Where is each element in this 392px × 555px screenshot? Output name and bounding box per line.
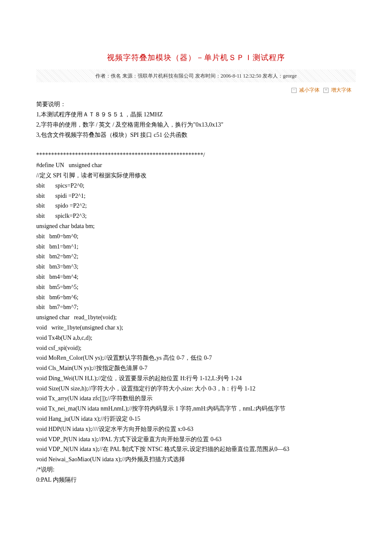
- code-line: [36, 140, 356, 150]
- code-line: //定义 SPI 引脚，读者可根据实际使用修改: [36, 171, 356, 181]
- code-line: void write_1byte(unsigned char x);: [36, 323, 356, 333]
- code-line: void Cls_Main(UN ys);//按指定颜色清屏 0-7: [36, 363, 356, 373]
- document-page: 视频字符叠加模块（器）－单片机ＳＰＩ测试程序 作者：佚名 来源：强联单片机科技有…: [0, 0, 392, 555]
- code-line: void Tx_nei_ma(UN idata nmH,nmL);//按字符内码…: [36, 404, 356, 414]
- increase-font-link[interactable]: 增大字体: [331, 87, 352, 93]
- meta-text: 作者：佚名 来源：强联单片机科技有限公司 发布时间：2006-8-11 12:3…: [95, 73, 297, 79]
- code-line: void Tx4b(UN a,b,c,d);: [36, 333, 356, 343]
- code-line: 3,包含文件视频字符叠加器（模块）SPI 接口 c51 公共函数: [36, 130, 356, 140]
- code-line: sbit spidi =P2^1;: [36, 191, 356, 201]
- decrease-font-link[interactable]: 减小字体: [299, 87, 320, 93]
- code-line: sbit bm0=bm^0;: [36, 231, 356, 242]
- code-line: void Size(UN size,h);//字符大小，设置指定行的字符大小,s…: [36, 384, 356, 394]
- font-size-controls: −减小字体 +增大字体: [36, 84, 356, 99]
- code-line: void HDP(UN idata x);////设定水平方向开始显示的位置 x…: [36, 424, 356, 434]
- minus-icon: −: [291, 88, 297, 93]
- code-line: void VDP_P(UN idata x);//PAL 方式下设定垂直方向开始…: [36, 434, 356, 445]
- article-title: 视频字符叠加模块（器）－单片机ＳＰＩ测试程序: [36, 51, 356, 64]
- article-body: 简要说明：1,本测试程序使用ＡＴ８９Ｓ５１，晶振 12MHZ2,字符串的使用，数…: [36, 99, 356, 485]
- code-line: 0:PAL 内频隔行: [36, 475, 356, 485]
- code-line: sbit bm2=bm^2;: [36, 251, 356, 262]
- code-line: sbit spics=P2^0;: [36, 181, 356, 191]
- code-line: void Hang_ju(UN idata x);//行距设定 0-15: [36, 414, 356, 424]
- code-line: 1,本测试程序使用ＡＴ８９Ｓ５１，晶振 12MHZ: [36, 110, 356, 120]
- code-line: /*说明:: [36, 465, 356, 475]
- code-line: sbit bm7=bm^7;: [36, 302, 356, 312]
- code-line: sbit bm6=bm^6;: [36, 292, 356, 303]
- code-line: sbit spiclk=P2^3;: [36, 211, 356, 221]
- plus-icon: +: [323, 88, 329, 93]
- code-line: ****************************************…: [36, 150, 356, 160]
- code-line: sbit bm3=bm^3;: [36, 262, 356, 272]
- code-line: unsigned char read_1byte(void);: [36, 312, 356, 323]
- code-line: void Neiwai_SaoMiao(UN idata x);//内外频及扫描…: [36, 454, 356, 465]
- code-line: sbit bm5=bm^5;: [36, 282, 356, 292]
- code-line: 2,字符串的使用，数字 / 英文 / 及空格需用全角输入，换行为"0x13,0x…: [36, 120, 356, 130]
- code-line: void Ding_Wei(UN H,L);//定位，设置要显示的起始位置 H:…: [36, 373, 356, 384]
- code-line: sbit bm1=bm^1;: [36, 242, 356, 252]
- code-line: void VDP_N(UN idata x);//在 PAL 制式下按 NTSC…: [36, 444, 356, 454]
- code-line: sbit spido =P2^2;: [36, 201, 356, 211]
- meta-bar: 作者：佚名 来源：强联单片机科技有限公司 发布时间：2006-8-11 12:3…: [36, 69, 356, 82]
- code-line: 简要说明：: [36, 99, 356, 110]
- code-line: void csf_spi(void);: [36, 343, 356, 353]
- code-line: #define UN unsigned char: [36, 160, 356, 171]
- code-line: unsigned char bdata bm;: [36, 221, 356, 231]
- code-line: void MoRen_Color(UN ys);//设置默认字符颜色,ys 高位…: [36, 353, 356, 363]
- code-line: sbit bm4=bm^4;: [36, 272, 356, 282]
- code-line: void Tx_arry(UN idata zfc[]);//字符数组的显示: [36, 393, 356, 404]
